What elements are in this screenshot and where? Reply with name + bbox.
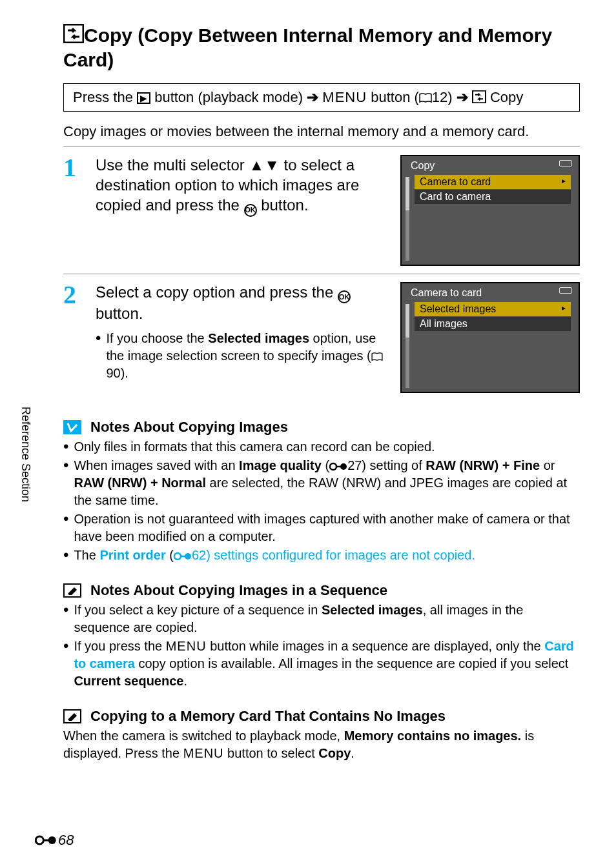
notes-3-para: When the camera is switched to playback … xyxy=(63,727,580,762)
bc-pre: Press the xyxy=(73,89,137,105)
step-2-text: Select a copy option and press the OK bu… xyxy=(96,282,389,323)
notes-3-heading: Copying to a Memory Card That Contains N… xyxy=(63,708,580,725)
intro-text: Copy images or movies between the intern… xyxy=(63,123,580,147)
notes-2-item-1: If you press the MENU button while image… xyxy=(63,638,580,690)
note-tag-icon xyxy=(63,709,81,723)
notes-3: Copying to a Memory Card That Contains N… xyxy=(63,708,580,762)
notes-2: Notes About Copying Images in a Sequence… xyxy=(63,582,580,690)
caution-tag-icon xyxy=(63,420,81,434)
notes-1: Notes About Copying Images Only files in… xyxy=(63,419,580,564)
breadcrumb: Press the ▶ button (playback mode) ➔ MEN… xyxy=(63,83,580,112)
up-triangle-icon: ▲ xyxy=(249,156,264,174)
book-icon xyxy=(371,352,383,361)
notes-1-item-3: The Print order (62) settings configured… xyxy=(63,547,580,564)
arrow-icon: ➔ xyxy=(307,89,318,105)
bc-after-play: button (playback mode) xyxy=(150,89,307,105)
step-1-number: 1 xyxy=(63,155,84,266)
notes-1-item-0: Only files in formats that this camera c… xyxy=(63,438,580,456)
copy-swap-icon xyxy=(472,90,486,103)
bc-after-menu: button ( xyxy=(367,89,419,105)
camera-screenshot-1: Copy Camera to card Card to camera xyxy=(400,155,580,266)
step-1-text: Use the multi selector ▲▼ to select a de… xyxy=(96,155,389,217)
notes-1-heading-text: Notes About Copying Images xyxy=(90,419,288,436)
step-2-sub: If you choose the Selected images option… xyxy=(96,330,389,382)
step-2: 2 Select a copy option and press the OK … xyxy=(63,274,580,401)
arrow-icon: ➔ xyxy=(457,89,468,105)
battery-icon xyxy=(559,160,572,167)
title-text: Copy (Copy Between Internal Memory and M… xyxy=(63,25,552,70)
svg-point-5 xyxy=(174,553,181,560)
notes-1-item-1: When images saved with an Image quality … xyxy=(63,457,580,509)
note-tag-icon xyxy=(63,583,81,598)
down-triangle-icon: ▼ xyxy=(264,156,280,174)
ok-button-icon: OK xyxy=(338,290,351,303)
scrollbar xyxy=(406,304,409,388)
svg-rect-0 xyxy=(64,25,83,43)
svg-point-9 xyxy=(48,836,56,844)
key-ref-icon xyxy=(35,834,57,846)
copy-swap-icon xyxy=(63,24,84,43)
shot2-item-0: Selected images xyxy=(415,302,571,316)
svg-point-6 xyxy=(185,553,191,560)
menu-label: MENU xyxy=(322,89,367,105)
key-ref-icon xyxy=(329,462,347,471)
svg-point-8 xyxy=(36,836,43,844)
ok-button-icon: OK xyxy=(244,204,257,217)
bc-ref1: 12) xyxy=(432,89,457,105)
notes-3-heading-text: Copying to a Memory Card That Contains N… xyxy=(90,708,446,725)
shot1-title: Copy xyxy=(406,160,575,174)
notes-2-item-0: If you select a key picture of a sequenc… xyxy=(63,601,580,636)
notes-2-heading-text: Notes About Copying Images in a Sequence xyxy=(90,582,387,599)
bc-copy: Copy xyxy=(486,89,523,105)
svg-point-3 xyxy=(340,463,347,470)
book-icon xyxy=(419,93,432,103)
key-ref-icon xyxy=(174,552,192,561)
step-2-number: 2 xyxy=(63,282,84,393)
play-button-icon: ▶ xyxy=(137,92,150,104)
side-section-label: Reference Section xyxy=(19,407,32,502)
step-1: 1 Use the multi selector ▲▼ to select a … xyxy=(63,147,580,274)
page-number: 68 xyxy=(58,832,74,849)
notes-1-item-2: Operation is not guaranteed with images … xyxy=(63,510,580,545)
svg-point-2 xyxy=(330,463,336,470)
notes-1-heading: Notes About Copying Images xyxy=(63,419,580,436)
shot2-item-1: All images xyxy=(415,317,571,331)
shot1-item-1: Card to camera xyxy=(415,190,571,204)
svg-rect-1 xyxy=(473,91,486,103)
scrollbar xyxy=(406,177,409,261)
page-footer: 68 xyxy=(35,832,74,849)
battery-icon xyxy=(559,287,572,294)
shot2-title: Camera to card xyxy=(406,287,575,301)
shot1-item-0: Camera to card xyxy=(415,175,571,189)
page-title: Copy (Copy Between Internal Memory and M… xyxy=(63,23,580,72)
camera-screenshot-2: Camera to card Selected images All image… xyxy=(400,282,580,393)
notes-2-heading: Notes About Copying Images in a Sequence xyxy=(63,582,580,599)
